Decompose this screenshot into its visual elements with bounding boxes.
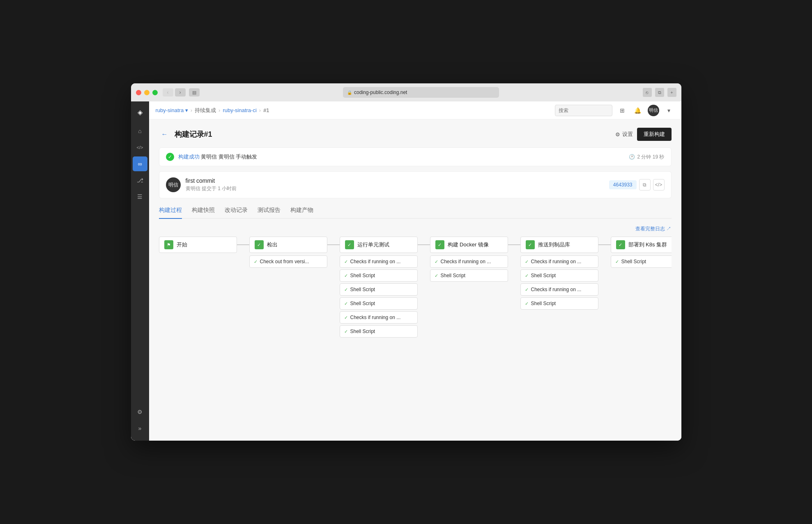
step-push-2[interactable]: ✓ Shell Script: [520, 269, 598, 282]
back-button[interactable]: ←: [159, 129, 170, 140]
breadcrumb-build-num: #1: [263, 107, 269, 113]
step-label: Shell Script: [350, 273, 375, 278]
sidebar-item-code[interactable]: </>: [133, 140, 147, 155]
stage-title-checkout: 检出: [267, 241, 278, 248]
duplicate-icon[interactable]: ⧉: [655, 88, 664, 97]
step-check-icon: ✓: [525, 259, 529, 264]
view-mode-button[interactable]: ▤: [189, 88, 200, 97]
pipeline: ⚑ 开始 ✓ 检出: [159, 237, 672, 344]
step-label: Checks if running on ...: [350, 259, 401, 264]
stage-header-start[interactable]: ⚑ 开始: [159, 237, 237, 253]
breadcrumb-repo[interactable]: ruby-sinatra ▾: [156, 107, 188, 113]
table-icon[interactable]: ⊞: [616, 105, 628, 116]
settings-button[interactable]: ⚙ 设置: [615, 131, 633, 138]
top-nav-right: ⊞ 🔔 明信 ▾: [555, 105, 675, 116]
forward-nav-button[interactable]: ›: [175, 88, 186, 97]
back-nav-button[interactable]: ‹: [163, 88, 173, 97]
breadcrumb-pipeline[interactable]: ruby-sinatra-ci: [223, 107, 256, 113]
commit-hash[interactable]: 4643933: [609, 180, 637, 189]
step-list-unit-test: ✓ Checks if running on ... ✓ Shell Scrip…: [340, 255, 418, 338]
step-unit-test-3[interactable]: ✓ Shell Script: [340, 283, 418, 296]
step-unit-test-1[interactable]: ✓ Checks if running on ...: [340, 255, 418, 268]
breadcrumb-ci: 持续集成: [195, 107, 216, 114]
step-list-docker: ✓ Checks if running on ... ✓ Shell Scrip…: [430, 255, 508, 282]
step-label: Check out from versi...: [260, 259, 309, 264]
share-icon[interactable]: ⎋: [643, 88, 652, 97]
step-docker-2[interactable]: ✓ Shell Script: [430, 269, 508, 282]
check-badge-unit-test: ✓: [345, 240, 354, 249]
tab-artifacts[interactable]: 构建产物: [290, 207, 313, 219]
chevron-down-icon[interactable]: ▾: [663, 105, 675, 116]
stage-title-push: 推送到制品库: [538, 241, 570, 248]
commit-time: 提交于 1 小时前: [202, 186, 237, 191]
titlebar-actions: ⎋ ⧉ +: [643, 88, 676, 97]
copy-icon[interactable]: ⧉: [639, 179, 651, 191]
top-nav: ruby-sinatra ▾ › 持续集成 › ruby-sinatra-ci …: [149, 101, 681, 120]
commit-hash-area: 4643933 ⧉ </>: [609, 179, 665, 191]
status-link[interactable]: 构建成功: [178, 154, 200, 160]
stage-header-checkout[interactable]: ✓ 检出: [249, 237, 327, 253]
sidebar-item-deploy[interactable]: ⎇: [133, 173, 147, 188]
page-actions: ⚙ 设置 重新构建: [615, 128, 672, 141]
url-text: coding-public.coding.net: [354, 90, 407, 95]
stage-start: ⚑ 开始: [159, 237, 237, 255]
log-link[interactable]: 查看完整日志 ↗: [635, 225, 671, 232]
step-unit-test-6[interactable]: ✓ Shell Script: [340, 325, 418, 338]
stage-header-push[interactable]: ✓ 推送到制品库: [520, 237, 598, 253]
step-push-4[interactable]: ✓ Shell Script: [520, 297, 598, 310]
stage-push: ✓ 推送到制品库 ✓ Checks if running on ... ✓: [520, 237, 598, 310]
sidebar-item-docs[interactable]: ☰: [133, 189, 147, 204]
stage-checkout: ✓ 检出 ✓ Check out from versi...: [249, 237, 327, 268]
step-unit-test-2[interactable]: ✓ Shell Script: [340, 269, 418, 282]
stage-unit-test: ✓ 运行单元测试 ✓ Checks if running on ... ✓: [340, 237, 418, 338]
commit-info: first commit 黄明信 提交于 1 小时前: [186, 177, 609, 192]
tab-changes[interactable]: 改动记录: [225, 207, 248, 219]
connector-line-2: [327, 244, 340, 245]
step-label: Checks if running on ...: [350, 315, 401, 320]
step-checkout-1[interactable]: ✓ Check out from versi...: [249, 255, 327, 268]
step-push-1[interactable]: ✓ Checks if running on ...: [520, 255, 598, 268]
stage-card-start: ⚑ 开始: [159, 237, 237, 255]
notification-icon[interactable]: 🔔: [632, 105, 644, 116]
tab-build-process[interactable]: 构建过程: [159, 207, 182, 219]
step-check-icon: ✓: [344, 287, 348, 292]
sidebar-item-ci[interactable]: ∞: [133, 156, 147, 171]
commit-sub: 黄明信 提交于 1 小时前: [186, 185, 609, 192]
stage-header-unit-test[interactable]: ✓ 运行单元测试: [340, 237, 418, 253]
minimize-button[interactable]: [144, 90, 150, 95]
sidebar-item-settings[interactable]: ⚙: [133, 404, 147, 419]
search-input[interactable]: [555, 105, 612, 116]
status-trigger: 手动触发: [236, 154, 257, 160]
add-tab-icon[interactable]: +: [667, 88, 676, 97]
tab-test-report[interactable]: 测试报告: [258, 207, 281, 219]
step-check-icon: ✓: [525, 287, 529, 292]
check-badge-docker: ✓: [435, 240, 444, 249]
sidebar-item-expand[interactable]: »: [133, 421, 147, 436]
fullscreen-button[interactable]: [152, 90, 158, 95]
stage-docker: ✓ 构建 Docker 镜像 ✓ Checks if running on ..…: [430, 237, 508, 282]
flag-icon: ⚑: [164, 240, 173, 249]
stage-header-deploy[interactable]: ✓ 部署到 K8s 集群: [611, 237, 672, 253]
step-unit-test-5[interactable]: ✓ Checks if running on ...: [340, 311, 418, 324]
step-label: Shell Script: [441, 273, 466, 278]
step-docker-1[interactable]: ✓ Checks if running on ...: [430, 255, 508, 268]
step-push-3[interactable]: ✓ Checks if running on ...: [520, 283, 598, 296]
url-bar[interactable]: 🔒 coding-public.coding.net: [343, 87, 499, 98]
avatar[interactable]: 明信: [648, 105, 659, 116]
breadcrumb: ruby-sinatra ▾ › 持续集成 › ruby-sinatra-ci …: [156, 107, 269, 114]
code-icon[interactable]: </>: [653, 179, 665, 191]
status-time: 🕐 2 分钟 19 秒: [629, 154, 664, 161]
tab-build-snapshot[interactable]: 构建快照: [192, 207, 215, 219]
check-badge-push: ✓: [526, 240, 535, 249]
main-content: ruby-sinatra ▾ › 持续集成 › ruby-sinatra-ci …: [149, 101, 681, 441]
close-button[interactable]: [136, 90, 141, 95]
sidebar-item-home[interactable]: ⌂: [133, 124, 147, 138]
stage-header-docker[interactable]: ✓ 构建 Docker 镜像: [430, 237, 508, 253]
step-unit-test-4[interactable]: ✓ Shell Script: [340, 297, 418, 310]
commit-avatar: 明信: [166, 177, 181, 192]
rebuild-button[interactable]: 重新构建: [637, 128, 672, 141]
step-deploy-1[interactable]: ✓ Shell Script: [611, 255, 672, 268]
connector-4: [508, 237, 520, 253]
stage-card-checkout: ✓ 检出 ✓ Check out from versi...: [249, 237, 327, 268]
page-title: 构建记录#1: [175, 129, 615, 139]
